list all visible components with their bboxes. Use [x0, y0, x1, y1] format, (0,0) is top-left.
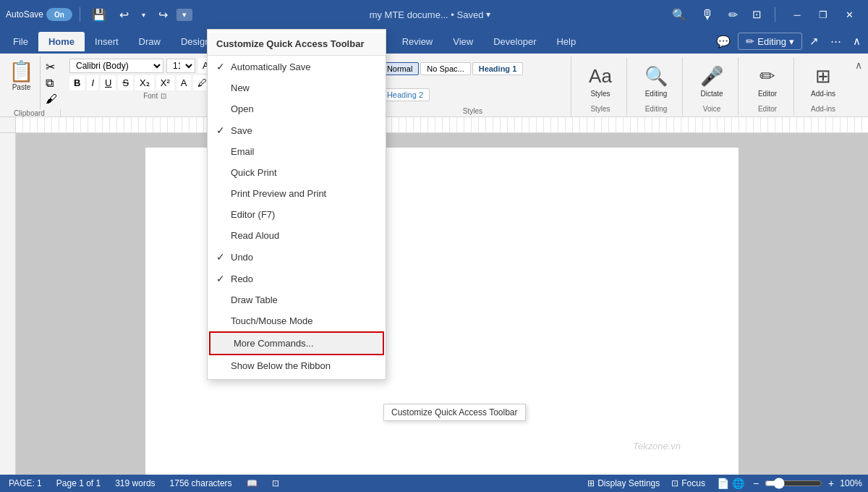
style-heading2[interactable]: Heading 2	[380, 88, 430, 101]
close-button[interactable]: ✕	[836, 4, 862, 25]
title-bar: AutoSave On 💾 ↩ ▾ ↪ ▾ my MTE docume... •…	[0, 0, 868, 29]
status-left: PAGE: 1 Page 1 of 1 319 words 1756 chara…	[6, 478, 282, 488]
editing-button[interactable]: 🔍 Editing	[637, 60, 675, 103]
menu-item-read-aloud[interactable]: Read Aloud	[208, 225, 386, 246]
menu-item-touch-mode[interactable]: Touch/Mouse Mode	[208, 310, 386, 331]
italic-button[interactable]: I	[87, 75, 98, 90]
font-color-button[interactable]: A	[176, 75, 192, 90]
proofing-icon[interactable]: 📖	[244, 478, 260, 488]
clipboard-secondary-actions: ✂ ⧉ 🖌	[42, 56, 61, 109]
draw-ribbon-btn[interactable]: ✏	[724, 7, 742, 23]
undo-dropdown-button[interactable]: ▾	[137, 9, 150, 20]
tab-insert[interactable]: Insert	[85, 32, 129, 51]
web-view-button[interactable]: 🌐	[732, 478, 744, 489]
word-count[interactable]: 319 words	[112, 478, 158, 488]
addins-button[interactable]: ⊞ Add-ins	[804, 60, 842, 103]
zoom-out-button[interactable]: −	[753, 478, 759, 489]
strikethrough-button[interactable]: S	[118, 75, 133, 90]
editing-mode-button[interactable]: ✏ Editing ▾	[738, 33, 802, 50]
style-no-space[interactable]: No Spac...	[420, 62, 470, 75]
display-settings-button[interactable]: ⊞ Display Settings	[584, 478, 663, 488]
menu-item-email[interactable]: Email	[208, 141, 386, 162]
ribbon-collapse-button[interactable]: ∧	[855, 59, 862, 71]
redo-button[interactable]: ↪	[154, 7, 172, 23]
collapse-ribbon-button[interactable]: ∧	[848, 33, 865, 50]
addins-button-label: Add-ins	[811, 90, 835, 98]
comment-button[interactable]: 💬	[712, 33, 735, 51]
menu-item-show-below[interactable]: Show Below the Ribbon	[208, 355, 386, 376]
search-button[interactable]: 🔍	[668, 7, 691, 23]
menu-item-auto-save[interactable]: ✓ Automatically Save	[208, 56, 386, 77]
zoom-level[interactable]: 100%	[840, 478, 862, 488]
subscript-button[interactable]: X₂	[135, 75, 154, 90]
minimize-button[interactable]: ─	[784, 4, 810, 25]
editor-large-group: ✏ Editor Editor	[741, 57, 794, 116]
document-scroll-area[interactable]: Tekzone.vn	[16, 133, 868, 475]
ribbon-content: 📋 Paste ✂ ⧉ 🖌 Clipboard Calibri (Body) 1…	[0, 54, 868, 117]
check-undo: ✓	[216, 251, 231, 263]
clipboard-actions: 📋 Paste ✂ ⧉ 🖌	[3, 56, 61, 109]
menu-item-print-preview[interactable]: Print Preview and Print	[208, 183, 386, 204]
ribbon-more-button[interactable]: ⋯	[826, 33, 846, 50]
print-view-button[interactable]: 📄	[717, 478, 729, 489]
ruler-corner	[0, 117, 16, 132]
page-indicator[interactable]: PAGE: 1	[6, 478, 45, 488]
style-heading1[interactable]: Heading 1	[472, 62, 524, 75]
menu-label-quick-print: Quick Print	[231, 167, 377, 178]
undo-button[interactable]: ↩	[115, 7, 133, 23]
menu-item-more-commands[interactable]: More Commands...	[209, 331, 384, 355]
styles-button[interactable]: Aa Styles	[582, 60, 619, 103]
zoom-in-button[interactable]: +	[828, 478, 834, 489]
styles-items: Normal No Spac... Heading 1 Heading 2	[380, 56, 565, 107]
autosave-toggle-button[interactable]: On	[46, 8, 72, 21]
share-button[interactable]: ↗	[805, 33, 823, 50]
font-size-select[interactable]: 11	[166, 59, 195, 73]
menu-item-editor[interactable]: Editor (F7)	[208, 204, 386, 225]
cut-button[interactable]: ✂	[43, 59, 59, 75]
copy-button[interactable]: ⧉	[43, 76, 59, 90]
char-count[interactable]: 1756 characters	[167, 478, 235, 488]
menu-item-open[interactable]: Open	[208, 98, 386, 119]
customize-qat-button[interactable]: ▾	[176, 9, 192, 21]
dictate-button[interactable]: 🎤 Dictate	[693, 60, 731, 103]
menu-item-draw-table[interactable]: Draw Table	[208, 289, 386, 310]
menu-item-quick-print[interactable]: Quick Print	[208, 162, 386, 183]
underline-button[interactable]: U	[101, 75, 116, 90]
check-auto-save: ✓	[216, 61, 231, 72]
focus-button[interactable]: ⊡ Focus	[668, 478, 708, 488]
ruler-marks	[16, 117, 868, 132]
restore-button[interactable]: ❐	[810, 4, 836, 25]
menu-item-save[interactable]: ✓ Save	[208, 119, 386, 141]
format-painter-button[interactable]: 🖌	[43, 92, 59, 106]
tab-developer[interactable]: Developer	[483, 32, 546, 51]
track-changes-icon[interactable]: ⊡	[269, 478, 282, 488]
voice-group-footer: Voice	[703, 105, 720, 113]
zoom-slider[interactable]	[765, 478, 822, 489]
tab-review[interactable]: Review	[392, 32, 443, 51]
bold-button[interactable]: B	[69, 75, 85, 90]
menu-item-new[interactable]: New	[208, 77, 386, 98]
tab-file[interactable]: File	[3, 32, 38, 51]
editor-button[interactable]: ✏ Editor	[749, 60, 786, 103]
dictate-button-label: Dictate	[700, 90, 723, 98]
tab-help[interactable]: Help	[546, 32, 586, 51]
dictate-ribbon-btn[interactable]: 🎙	[697, 6, 718, 24]
menu-item-redo[interactable]: ✓ Redo	[208, 268, 386, 289]
superscript-button[interactable]: X²	[156, 75, 174, 90]
menu-label-undo: Undo	[231, 252, 377, 263]
tab-home[interactable]: Home	[38, 32, 85, 51]
font-dialog-launcher[interactable]: ⊡	[161, 92, 166, 100]
immersive-btn[interactable]: ⊡	[748, 7, 766, 22]
menu-item-undo[interactable]: ✓ Undo	[208, 246, 386, 268]
tab-draw[interactable]: Draw	[129, 32, 171, 51]
editor-icon: ✏	[760, 65, 775, 88]
collapse-button-area: ∧	[852, 56, 865, 116]
font-family-select[interactable]: Calibri (Body)	[69, 59, 163, 73]
doc-title-dropdown[interactable]: ▾	[486, 9, 490, 20]
doc-title-text: my MTE docume... • Saved	[370, 9, 484, 20]
tab-view[interactable]: View	[443, 32, 483, 51]
addins-icon: ⊞	[815, 65, 831, 88]
save-button[interactable]: 💾	[88, 7, 111, 23]
page-count[interactable]: Page 1 of 1	[54, 478, 103, 488]
paste-button[interactable]: 📋 Paste	[3, 56, 41, 109]
